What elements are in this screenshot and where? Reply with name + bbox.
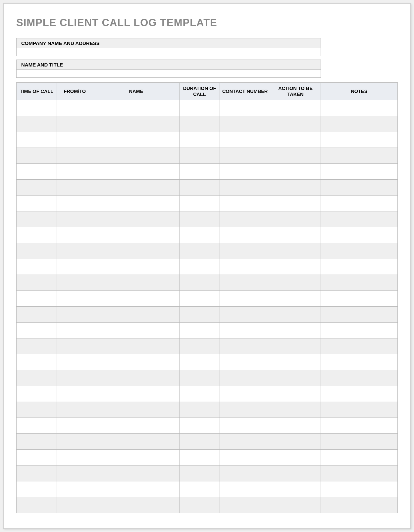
cell-input[interactable] bbox=[321, 370, 397, 386]
cell-input[interactable] bbox=[180, 180, 220, 195]
cell-input[interactable] bbox=[57, 148, 93, 163]
cell-input[interactable] bbox=[17, 227, 57, 243]
cell-input[interactable] bbox=[180, 307, 220, 322]
cell-input[interactable] bbox=[93, 497, 179, 513]
cell-input[interactable] bbox=[180, 275, 220, 290]
cell-input[interactable] bbox=[220, 481, 270, 497]
cell-input[interactable] bbox=[270, 243, 320, 259]
cell-input[interactable] bbox=[220, 354, 270, 370]
cell-input[interactable] bbox=[180, 196, 220, 211]
cell-input[interactable] bbox=[321, 354, 397, 370]
cell-input[interactable] bbox=[270, 132, 320, 148]
cell-input[interactable] bbox=[57, 211, 93, 227]
cell-input[interactable] bbox=[17, 243, 57, 259]
cell-input[interactable] bbox=[57, 370, 93, 386]
cell-input[interactable] bbox=[93, 402, 179, 418]
cell-input[interactable] bbox=[220, 132, 270, 148]
cell-input[interactable] bbox=[57, 323, 93, 338]
cell-input[interactable] bbox=[321, 227, 397, 243]
cell-input[interactable] bbox=[180, 243, 220, 259]
cell-input[interactable] bbox=[17, 323, 57, 338]
cell-input[interactable] bbox=[93, 466, 179, 481]
cell-input[interactable] bbox=[57, 434, 93, 449]
cell-input[interactable] bbox=[270, 466, 320, 481]
cell-input[interactable] bbox=[270, 323, 320, 338]
cell-input[interactable] bbox=[321, 180, 397, 195]
cell-input[interactable] bbox=[93, 116, 179, 132]
cell-input[interactable] bbox=[57, 354, 93, 370]
cell-input[interactable] bbox=[17, 211, 57, 227]
cell-input[interactable] bbox=[180, 338, 220, 354]
cell-input[interactable] bbox=[17, 148, 57, 163]
cell-input[interactable] bbox=[321, 497, 397, 513]
cell-input[interactable] bbox=[180, 450, 220, 465]
cell-input[interactable] bbox=[270, 211, 320, 227]
cell-input[interactable] bbox=[321, 386, 397, 402]
cell-input[interactable] bbox=[220, 497, 270, 513]
cell-input[interactable] bbox=[17, 402, 57, 418]
cell-input[interactable] bbox=[180, 497, 220, 513]
cell-input[interactable] bbox=[17, 418, 57, 433]
cell-input[interactable] bbox=[180, 227, 220, 243]
cell-input[interactable] bbox=[321, 418, 397, 433]
cell-input[interactable] bbox=[93, 370, 179, 386]
cell-input[interactable] bbox=[270, 402, 320, 418]
cell-input[interactable] bbox=[93, 211, 179, 227]
cell-input[interactable] bbox=[220, 211, 270, 227]
cell-input[interactable] bbox=[321, 164, 397, 179]
cell-input[interactable] bbox=[180, 259, 220, 275]
cell-input[interactable] bbox=[17, 466, 57, 481]
cell-input[interactable] bbox=[17, 434, 57, 449]
cell-input[interactable] bbox=[270, 196, 320, 211]
cell-input[interactable] bbox=[321, 450, 397, 465]
cell-input[interactable] bbox=[270, 450, 320, 465]
cell-input[interactable] bbox=[321, 323, 397, 338]
cell-input[interactable] bbox=[57, 418, 93, 433]
cell-input[interactable] bbox=[321, 148, 397, 163]
cell-input[interactable] bbox=[17, 307, 57, 322]
cell-input[interactable] bbox=[180, 354, 220, 370]
cell-input[interactable] bbox=[220, 116, 270, 132]
cell-input[interactable] bbox=[57, 338, 93, 354]
cell-input[interactable] bbox=[93, 132, 179, 148]
cell-input[interactable] bbox=[321, 402, 397, 418]
cell-input[interactable] bbox=[270, 180, 320, 195]
cell-input[interactable] bbox=[180, 211, 220, 227]
cell-input[interactable] bbox=[270, 481, 320, 497]
cell-input[interactable] bbox=[93, 259, 179, 275]
cell-input[interactable] bbox=[270, 338, 320, 354]
cell-input[interactable] bbox=[220, 418, 270, 433]
cell-input[interactable] bbox=[17, 196, 57, 211]
cell-input[interactable] bbox=[57, 466, 93, 481]
cell-input[interactable] bbox=[17, 100, 57, 116]
cell-input[interactable] bbox=[57, 275, 93, 290]
cell-input[interactable] bbox=[17, 275, 57, 290]
cell-input[interactable] bbox=[270, 148, 320, 163]
cell-input[interactable] bbox=[93, 354, 179, 370]
cell-input[interactable] bbox=[180, 132, 220, 148]
cell-input[interactable] bbox=[93, 291, 179, 306]
cell-input[interactable] bbox=[57, 180, 93, 195]
cell-input[interactable] bbox=[220, 434, 270, 449]
cell-input[interactable] bbox=[220, 338, 270, 354]
cell-input[interactable] bbox=[93, 418, 179, 433]
cell-input[interactable] bbox=[57, 243, 93, 259]
cell-input[interactable] bbox=[57, 259, 93, 275]
cell-input[interactable] bbox=[321, 243, 397, 259]
cell-input[interactable] bbox=[321, 275, 397, 290]
cell-input[interactable] bbox=[321, 196, 397, 211]
cell-input[interactable] bbox=[270, 386, 320, 402]
cell-input[interactable] bbox=[220, 370, 270, 386]
cell-input[interactable] bbox=[17, 450, 57, 465]
cell-input[interactable] bbox=[220, 450, 270, 465]
cell-input[interactable] bbox=[180, 386, 220, 402]
cell-input[interactable] bbox=[270, 291, 320, 306]
cell-input[interactable] bbox=[57, 481, 93, 497]
cell-input[interactable] bbox=[93, 307, 179, 322]
cell-input[interactable] bbox=[220, 259, 270, 275]
cell-input[interactable] bbox=[57, 402, 93, 418]
cell-input[interactable] bbox=[220, 307, 270, 322]
cell-input[interactable] bbox=[57, 132, 93, 148]
cell-input[interactable] bbox=[270, 497, 320, 513]
cell-input[interactable] bbox=[93, 338, 179, 354]
